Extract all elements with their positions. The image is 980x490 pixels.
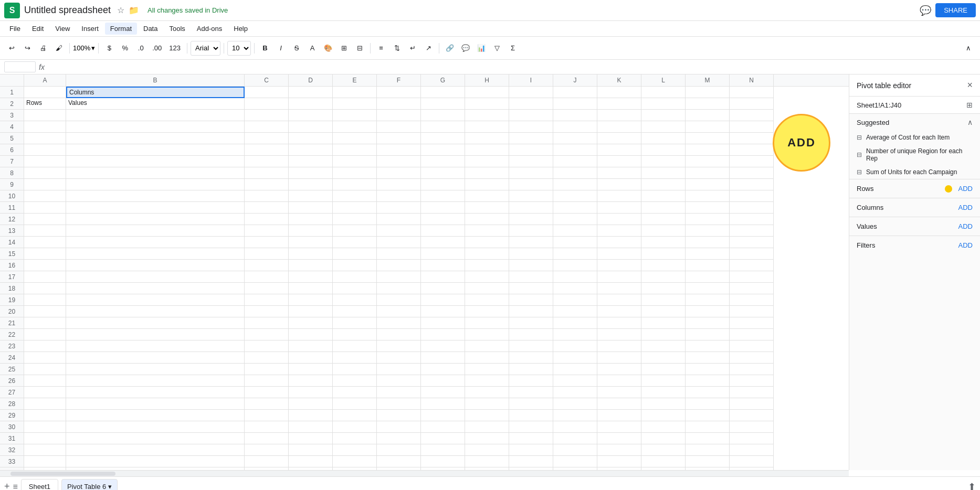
cell-C7[interactable]: [245, 156, 289, 167]
cell-C1[interactable]: [245, 87, 289, 98]
cell-A26[interactable]: [24, 375, 66, 387]
cell-K17[interactable]: [597, 271, 641, 283]
cell-G23[interactable]: [421, 340, 465, 352]
cell-E18[interactable]: [333, 283, 377, 294]
rotate-button[interactable]: ↗: [421, 41, 436, 56]
cell-B29[interactable]: [66, 410, 245, 421]
cell-D10[interactable]: [289, 190, 333, 202]
cell-H17[interactable]: [465, 271, 509, 283]
cell-C19[interactable]: [245, 294, 289, 306]
col-header-k[interactable]: K: [597, 74, 641, 86]
cell-L15[interactable]: [641, 248, 686, 260]
cell-B1[interactable]: Columns: [66, 87, 245, 98]
cell-A14[interactable]: [24, 237, 66, 248]
cell-I22[interactable]: [509, 329, 553, 340]
cell-J25[interactable]: [553, 364, 597, 375]
cell-I6[interactable]: [509, 144, 553, 156]
cell-J22[interactable]: [553, 329, 597, 340]
cell-I20[interactable]: [509, 306, 553, 317]
cell-B25[interactable]: [66, 364, 245, 375]
cell-G32[interactable]: [421, 444, 465, 456]
menu-insert[interactable]: Insert: [76, 23, 104, 35]
cell-L12[interactable]: [641, 214, 686, 225]
cell-C18[interactable]: [245, 283, 289, 294]
cell-B8[interactable]: [66, 167, 245, 179]
cell-E28[interactable]: [333, 398, 377, 410]
decimal-decrease-button[interactable]: .0: [133, 41, 148, 56]
cell-C21[interactable]: [245, 317, 289, 329]
cell-A10[interactable]: [24, 190, 66, 202]
cell-M10[interactable]: [686, 190, 730, 202]
cell-C30[interactable]: [245, 421, 289, 433]
currency-button[interactable]: $: [102, 41, 117, 56]
menu-addons[interactable]: Add-ons: [192, 23, 227, 35]
cell-J21[interactable]: [553, 317, 597, 329]
cell-E5[interactable]: [333, 133, 377, 144]
cell-C12[interactable]: [245, 214, 289, 225]
cell-I33[interactable]: [509, 456, 553, 467]
cell-G20[interactable]: [421, 306, 465, 317]
cell-E3[interactable]: [333, 110, 377, 121]
cell-L18[interactable]: [641, 283, 686, 294]
cell-D6[interactable]: [289, 144, 333, 156]
cell-J10[interactable]: [553, 190, 597, 202]
explore-button[interactable]: ⬆: [968, 481, 976, 491]
row-number-13[interactable]: 13: [0, 225, 24, 237]
cell-N22[interactable]: [730, 329, 774, 340]
cell-B30[interactable]: [66, 421, 245, 433]
cell-E24[interactable]: [333, 352, 377, 364]
italic-button[interactable]: I: [273, 41, 288, 56]
cell-C33[interactable]: [245, 456, 289, 467]
cell-L9[interactable]: [641, 179, 686, 190]
cell-J18[interactable]: [553, 283, 597, 294]
cell-M22[interactable]: [686, 329, 730, 340]
cell-D26[interactable]: [289, 375, 333, 387]
cell-J26[interactable]: [553, 375, 597, 387]
columns-add-button[interactable]: ADD: [958, 204, 973, 211]
cell-B15[interactable]: [66, 248, 245, 260]
cell-C3[interactable]: [245, 110, 289, 121]
cell-I14[interactable]: [509, 237, 553, 248]
cell-A22[interactable]: [24, 329, 66, 340]
cell-G7[interactable]: [421, 156, 465, 167]
row-number-18[interactable]: 18: [0, 283, 24, 294]
cell-J2[interactable]: [553, 98, 597, 110]
cell-B2[interactable]: Values: [66, 98, 245, 110]
col-header-j[interactable]: J: [553, 74, 597, 86]
cell-F18[interactable]: [377, 283, 421, 294]
cell-H32[interactable]: [465, 444, 509, 456]
cell-C5[interactable]: [245, 133, 289, 144]
cell-F14[interactable]: [377, 237, 421, 248]
cell-H19[interactable]: [465, 294, 509, 306]
cell-K25[interactable]: [597, 364, 641, 375]
cell-J17[interactable]: [553, 271, 597, 283]
wrap-button[interactable]: ↵: [405, 41, 420, 56]
cell-M3[interactable]: [686, 110, 730, 121]
cell-M1[interactable]: [686, 87, 730, 98]
cell-E30[interactable]: [333, 421, 377, 433]
cell-J16[interactable]: [553, 260, 597, 271]
cell-I25[interactable]: [509, 364, 553, 375]
cell-H27[interactable]: [465, 387, 509, 398]
cell-H30[interactable]: [465, 421, 509, 433]
row-number-26[interactable]: 26: [0, 375, 24, 387]
cell-F24[interactable]: [377, 352, 421, 364]
cell-C24[interactable]: [245, 352, 289, 364]
cell-G11[interactable]: [421, 202, 465, 214]
cell-A15[interactable]: [24, 248, 66, 260]
cell-D4[interactable]: [289, 121, 333, 133]
cell-E27[interactable]: [333, 387, 377, 398]
cell-M7[interactable]: [686, 156, 730, 167]
row-number-27[interactable]: 27: [0, 387, 24, 398]
cell-L33[interactable]: [641, 456, 686, 467]
cell-K22[interactable]: [597, 329, 641, 340]
cell-K24[interactable]: [597, 352, 641, 364]
menu-help[interactable]: Help: [228, 23, 253, 35]
cell-I5[interactable]: [509, 133, 553, 144]
cell-G19[interactable]: [421, 294, 465, 306]
cell-K32[interactable]: [597, 444, 641, 456]
cell-A11[interactable]: [24, 202, 66, 214]
suggestion-item-2[interactable]: ⊟ Number of unique Region for each Rep: [849, 144, 980, 165]
col-header-c[interactable]: C: [245, 74, 289, 86]
cell-J33[interactable]: [553, 456, 597, 467]
